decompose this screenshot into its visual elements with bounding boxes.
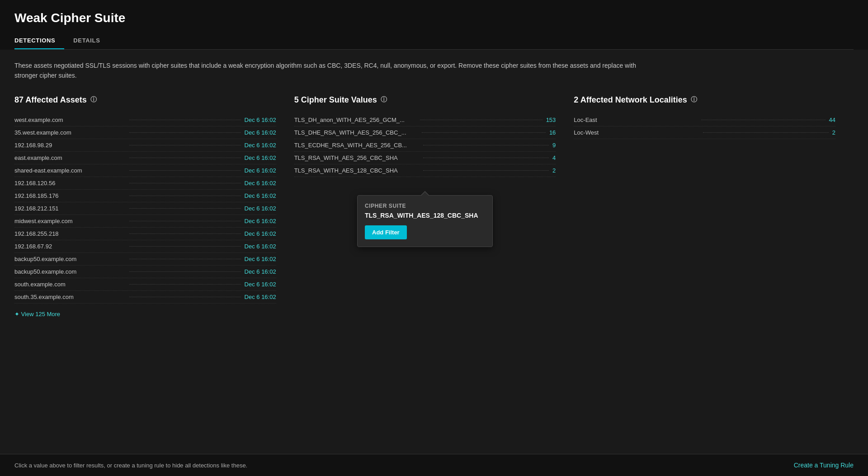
asset-date[interactable]: Dec 6 16:02 bbox=[245, 117, 276, 123]
dots-separator bbox=[701, 120, 825, 120]
network-localities-info-icon[interactable]: ⓘ bbox=[691, 96, 697, 104]
affected-assets-title: 87 Affected Assets bbox=[14, 95, 87, 105]
asset-label: south.35.example.com bbox=[14, 294, 126, 300]
locality-list-item[interactable]: Loc-East 44 bbox=[574, 114, 835, 126]
view-more-button[interactable]: ✦ View 125 More bbox=[14, 311, 276, 317]
tab-details[interactable]: DETAILS bbox=[73, 33, 109, 49]
cipher-suites-info-icon[interactable]: ⓘ bbox=[381, 96, 387, 104]
list-item[interactable]: 192.168.185.176 Dec 6 16:02 bbox=[14, 190, 276, 202]
network-localities-title: 2 Affected Network Localities bbox=[574, 95, 687, 105]
list-item[interactable]: west.example.com Dec 6 16:02 bbox=[14, 114, 276, 126]
dots-separator bbox=[129, 196, 241, 196]
cipher-popup: Cipher Suite TLS_RSA_WITH_AES_128_CBC_SH… bbox=[357, 195, 493, 247]
affected-assets-column: 87 Affected Assets ⓘ west.example.com De… bbox=[14, 95, 294, 317]
asset-date[interactable]: Dec 6 16:02 bbox=[245, 205, 276, 212]
view-more-label: ✦ View 125 More bbox=[14, 311, 60, 317]
list-item[interactable]: backup50.example.com Dec 6 16:02 bbox=[14, 266, 276, 278]
asset-label: 192.168.120.56 bbox=[14, 180, 126, 187]
dots-separator bbox=[129, 246, 241, 247]
list-item[interactable]: midwest.example.com Dec 6 16:02 bbox=[14, 215, 276, 228]
network-localities-list: Loc-East 44 Loc-West 2 bbox=[574, 114, 835, 139]
dots-separator bbox=[129, 297, 241, 297]
list-item[interactable]: 192.168.120.56 Dec 6 16:02 bbox=[14, 177, 276, 190]
list-item[interactable]: south.35.example.com Dec 6 16:02 bbox=[14, 291, 276, 303]
cipher-label: TLS_DH_anon_WITH_AES_256_GCM_... bbox=[294, 117, 416, 123]
cipher-suites-title: 5 Cipher Suite Values bbox=[294, 95, 377, 105]
header: Weak Cipher Suite DETECTIONS DETAILS bbox=[0, 0, 868, 50]
asset-label: 35.west.example.com bbox=[14, 129, 126, 136]
asset-date[interactable]: Dec 6 16:02 bbox=[245, 256, 276, 262]
main-content: These assets negotiated SSL/TLS sessions… bbox=[0, 50, 868, 328]
asset-date[interactable]: Dec 6 16:02 bbox=[245, 180, 276, 187]
asset-date[interactable]: Dec 6 16:02 bbox=[245, 142, 276, 149]
footer-text: Click a value above to filter results, o… bbox=[14, 462, 247, 469]
cipher-list-item[interactable]: TLS_DHE_RSA_WITH_AES_256_CBC_... 16 bbox=[294, 126, 556, 139]
list-item[interactable]: 192.168.67.92 Dec 6 16:02 bbox=[14, 240, 276, 253]
asset-label: south.example.com bbox=[14, 281, 126, 288]
cipher-list-item[interactable]: TLS_ECDHE_RSA_WITH_AES_256_CB... 9 bbox=[294, 139, 556, 152]
asset-label: east.example.com bbox=[14, 154, 126, 161]
cipher-label: TLS_RSA_WITH_AES_256_CBC_SHA bbox=[294, 154, 420, 161]
asset-date[interactable]: Dec 6 16:02 bbox=[245, 167, 276, 174]
cipher-suites-column: 5 Cipher Suite Values ⓘ TLS_DH_anon_WITH… bbox=[294, 95, 574, 317]
dots-separator bbox=[420, 120, 542, 120]
tab-detections[interactable]: DETECTIONS bbox=[14, 33, 64, 49]
create-tuning-rule-link[interactable]: Create a Tuning Rule bbox=[794, 462, 854, 469]
dots-separator bbox=[423, 158, 549, 158]
dots-separator bbox=[129, 170, 241, 171]
cipher-list-item[interactable]: TLS_RSA_WITH_AES_128_CBC_SHA 2 bbox=[294, 164, 556, 177]
cipher-list-item[interactable]: TLS_DH_anon_WITH_AES_256_GCM_... 153 bbox=[294, 114, 556, 126]
asset-label: 192.168.212.151 bbox=[14, 205, 126, 212]
locality-label: Loc-West bbox=[574, 129, 699, 136]
tabs: DETECTIONS DETAILS bbox=[14, 33, 854, 50]
cipher-count[interactable]: 16 bbox=[549, 129, 556, 136]
list-item[interactable]: south.example.com Dec 6 16:02 bbox=[14, 278, 276, 291]
asset-date[interactable]: Dec 6 16:02 bbox=[245, 154, 276, 161]
cipher-suites-list: TLS_DH_anon_WITH_AES_256_GCM_... 153 TLS… bbox=[294, 114, 556, 177]
dots-separator bbox=[129, 145, 241, 145]
popup-value: TLS_RSA_WITH_AES_128_CBC_SHA bbox=[365, 212, 485, 219]
cipher-count[interactable]: 2 bbox=[552, 167, 556, 174]
asset-date[interactable]: Dec 6 16:02 bbox=[245, 230, 276, 237]
cipher-count[interactable]: 153 bbox=[546, 117, 556, 123]
add-filter-button[interactable]: Add Filter bbox=[365, 225, 407, 239]
cipher-label: TLS_ECDHE_RSA_WITH_AES_256_CB... bbox=[294, 142, 420, 149]
cipher-list-item[interactable]: TLS_RSA_WITH_AES_256_CBC_SHA 4 bbox=[294, 152, 556, 164]
asset-label: west.example.com bbox=[14, 117, 126, 123]
dots-separator bbox=[129, 208, 241, 209]
list-item[interactable]: 192.168.212.151 Dec 6 16:02 bbox=[14, 202, 276, 215]
asset-label: 192.168.185.176 bbox=[14, 192, 126, 199]
asset-date[interactable]: Dec 6 16:02 bbox=[245, 129, 276, 136]
locality-count[interactable]: 44 bbox=[829, 117, 835, 123]
asset-date[interactable]: Dec 6 16:02 bbox=[245, 281, 276, 288]
asset-date[interactable]: Dec 6 16:02 bbox=[245, 294, 276, 300]
asset-date[interactable]: Dec 6 16:02 bbox=[245, 218, 276, 224]
popup-label: Cipher Suite bbox=[365, 203, 485, 209]
list-item[interactable]: shared-east.example.com Dec 6 16:02 bbox=[14, 164, 276, 177]
cipher-suites-header: 5 Cipher Suite Values ⓘ bbox=[294, 95, 556, 105]
network-localities-header: 2 Affected Network Localities ⓘ bbox=[574, 95, 835, 105]
asset-date[interactable]: Dec 6 16:02 bbox=[245, 268, 276, 275]
list-item[interactable]: 35.west.example.com Dec 6 16:02 bbox=[14, 126, 276, 139]
dots-separator bbox=[423, 170, 549, 171]
locality-count[interactable]: 2 bbox=[832, 129, 835, 136]
cipher-count[interactable]: 4 bbox=[552, 154, 556, 161]
list-item[interactable]: backup50.example.com Dec 6 16:02 bbox=[14, 253, 276, 266]
page-title: Weak Cipher Suite bbox=[14, 11, 854, 25]
list-item[interactable]: 192.168.98.29 Dec 6 16:02 bbox=[14, 139, 276, 152]
cipher-label: TLS_RSA_WITH_AES_128_CBC_SHA bbox=[294, 167, 420, 174]
locality-list-item[interactable]: Loc-West 2 bbox=[574, 126, 835, 139]
dots-separator bbox=[129, 120, 241, 120]
affected-assets-header: 87 Affected Assets ⓘ bbox=[14, 95, 276, 105]
dots-separator bbox=[129, 183, 241, 183]
cipher-count[interactable]: 9 bbox=[552, 142, 556, 149]
dots-separator bbox=[129, 259, 241, 259]
dots-separator bbox=[129, 271, 241, 272]
list-item[interactable]: 192.168.255.218 Dec 6 16:02 bbox=[14, 228, 276, 240]
asset-date[interactable]: Dec 6 16:02 bbox=[245, 243, 276, 250]
affected-assets-list: west.example.com Dec 6 16:02 35.west.exa… bbox=[14, 114, 276, 303]
list-item[interactable]: east.example.com Dec 6 16:02 bbox=[14, 152, 276, 164]
asset-label: midwest.example.com bbox=[14, 218, 126, 224]
asset-date[interactable]: Dec 6 16:02 bbox=[245, 192, 276, 199]
affected-assets-info-icon[interactable]: ⓘ bbox=[90, 96, 97, 104]
